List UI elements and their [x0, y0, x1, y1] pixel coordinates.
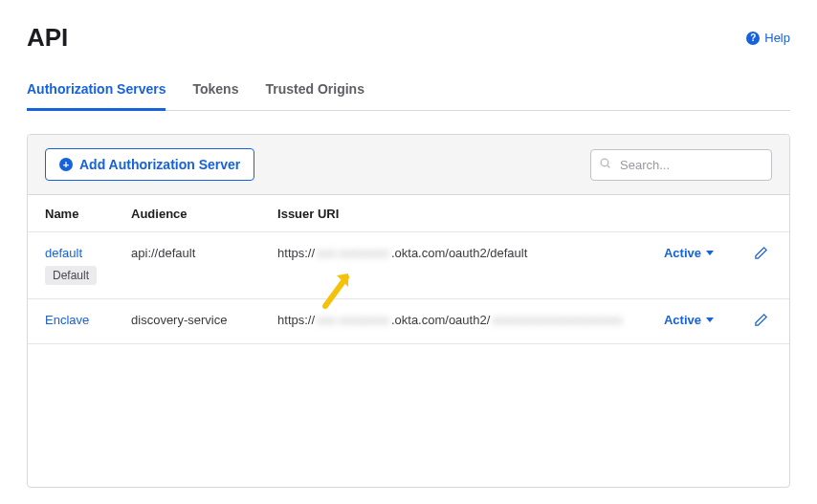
help-link[interactable]: ? Help — [746, 31, 790, 45]
chevron-down-icon — [706, 251, 714, 255]
col-header-status — [642, 195, 731, 232]
issuer-uri-cell: https:// xxx-xxxxxxxx .okta.com/oauth2/ … — [277, 246, 625, 260]
col-header-audience: Audience — [114, 195, 260, 232]
col-header-issuer-uri: Issuer URI — [260, 195, 642, 232]
table-row: Enclave discovery-service https:// xxx-x… — [28, 299, 789, 344]
uri-redacted: xxx-xxxxxxxx — [317, 313, 389, 327]
tabs: Authorization Servers Tokens Trusted Ori… — [27, 72, 790, 111]
authorization-servers-panel: + Add Authorization Server Name Audience… — [27, 134, 790, 488]
tab-trusted-origins[interactable]: Trusted Origins — [265, 72, 364, 111]
status-label: Active — [664, 313, 701, 327]
page-header: API ? Help — [27, 23, 790, 53]
default-badge: Default — [45, 266, 97, 285]
page-title: API — [27, 23, 68, 53]
uri-redacted: xxx-xxxxxxxx — [317, 246, 389, 260]
add-button-label: Add Authorization Server — [79, 157, 240, 172]
audience-cell: api://default — [114, 232, 260, 299]
col-header-name: Name — [28, 195, 114, 232]
status-label: Active — [664, 246, 701, 260]
col-header-edit — [731, 195, 789, 232]
audience-cell: discovery-service — [114, 299, 260, 344]
pencil-icon — [754, 246, 768, 260]
toolbar: + Add Authorization Server — [28, 135, 789, 195]
pencil-icon — [754, 313, 768, 327]
table-row: default Default api://default https:// x… — [28, 232, 789, 299]
status-dropdown[interactable]: Active — [664, 313, 714, 327]
issuer-uri-cell: https:// xxx-xxxxxxxx .okta.com/oauth2/ … — [277, 313, 625, 327]
edit-button[interactable] — [754, 246, 768, 260]
table-header-row: Name Audience Issuer URI — [28, 195, 789, 232]
server-name-link[interactable]: default — [45, 246, 82, 260]
help-label: Help — [764, 31, 790, 45]
server-name-link[interactable]: Enclave — [45, 313, 89, 327]
status-dropdown[interactable]: Active — [664, 246, 714, 260]
uri-mid: .okta.com/oauth2/ — [391, 313, 490, 327]
search-input[interactable] — [590, 149, 772, 181]
uri-suffix-redacted: xxxxxxxxxxxxxxxxxxxxx — [492, 313, 623, 327]
plus-icon: + — [59, 158, 73, 171]
authorization-servers-table: Name Audience Issuer URI default Default… — [28, 195, 789, 344]
uri-mid: .okta.com/oauth2/ — [391, 246, 490, 260]
uri-suffix: default — [490, 246, 527, 260]
tab-authorization-servers[interactable]: Authorization Servers — [27, 72, 166, 111]
uri-prefix: https:// — [277, 246, 315, 260]
add-authorization-server-button[interactable]: + Add Authorization Server — [45, 148, 254, 181]
tab-tokens[interactable]: Tokens — [192, 72, 238, 111]
help-icon: ? — [746, 32, 760, 45]
uri-prefix: https:// — [277, 313, 315, 327]
chevron-down-icon — [706, 318, 714, 322]
search-wrap — [590, 149, 772, 181]
edit-button[interactable] — [754, 313, 768, 327]
